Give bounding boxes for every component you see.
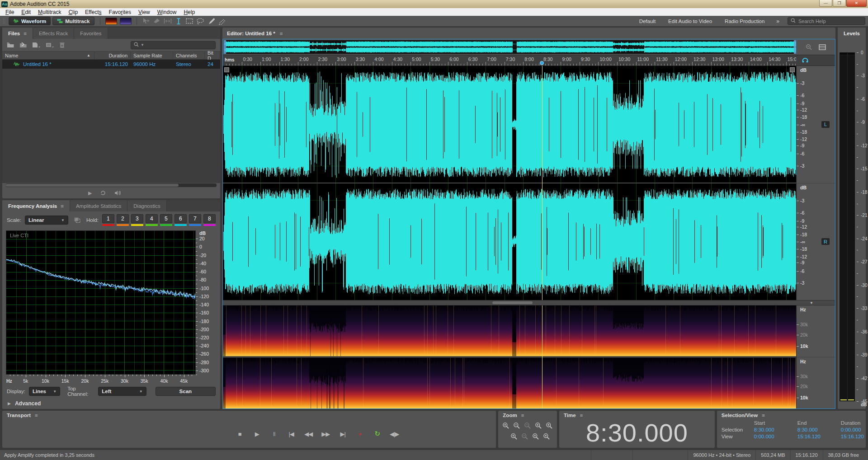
zoom-in-button[interactable]	[502, 422, 509, 429]
preview-loop-button[interactable]	[100, 190, 106, 196]
panel-menu-icon[interactable]: ≡	[280, 31, 283, 36]
panel-menu-icon[interactable]: ≡	[35, 413, 38, 418]
levels-meter[interactable]: 0-3-6-9-12-15-18-21-24-27-30-33-36-39-42…	[838, 39, 866, 409]
tab-files[interactable]: Files≡	[2, 28, 33, 39]
play-button[interactable]: ▶	[252, 428, 262, 439]
menu-multitrack[interactable]: Multitrack	[34, 9, 65, 16]
zoom-to-selection-button[interactable]	[545, 422, 553, 429]
hold-button-5[interactable]: 5	[160, 214, 172, 223]
channel-badge-r[interactable]: R	[821, 238, 830, 245]
close-button[interactable]: ✕	[846, 0, 867, 7]
toolbar-grip[interactable]	[3, 18, 5, 25]
headphones-icon[interactable]	[802, 57, 809, 63]
advanced-disclosure[interactable]: ▶ Advanced	[2, 398, 220, 409]
waveform-display[interactable]	[223, 66, 796, 300]
preview-play-button[interactable]: ▶	[88, 190, 92, 196]
view-end[interactable]: 15:16.120	[797, 434, 841, 439]
workspace-default[interactable]: Default	[633, 19, 662, 24]
frequency-graph[interactable]: Live CTI	[6, 230, 196, 375]
scale-select[interactable]: Linear ▼	[25, 216, 68, 225]
spectral-pitch-display-button[interactable]	[120, 18, 132, 25]
view-duration[interactable]: 15:16.120	[841, 434, 864, 439]
menu-file[interactable]: File	[2, 9, 18, 16]
hold-button-8[interactable]: 8	[203, 214, 216, 223]
zoom-in-at-out-point-button[interactable]	[532, 432, 539, 440]
workspace-radio-production[interactable]: Radio Production	[718, 19, 771, 24]
tab-levels[interactable]: Levels	[838, 28, 866, 39]
waveform-view-button[interactable]: Waveform	[9, 17, 51, 25]
tab-frequency-analysis[interactable]: Frequency Analysis≡	[2, 200, 70, 211]
skip-selection-button[interactable]: ◀|▶	[389, 428, 399, 439]
channel-badge-l[interactable]: L	[821, 121, 830, 128]
loop-playback-button[interactable]: ↻	[372, 428, 382, 439]
import-file-icon[interactable]	[19, 42, 27, 48]
multitrack-view-button[interactable]: Multitrack	[52, 17, 94, 25]
paintbrush-tool-icon[interactable]	[206, 17, 217, 25]
open-file-icon[interactable]	[7, 42, 14, 48]
panel-layout-icon[interactable]	[819, 44, 826, 50]
menu-view[interactable]: View	[135, 9, 154, 16]
go-to-start-button[interactable]: |◀	[286, 428, 296, 439]
spectral-frequency-display-button[interactable]	[105, 18, 117, 25]
display-select[interactable]: Lines ▼	[29, 387, 60, 396]
column-header-channels[interactable]: Channels	[173, 52, 205, 59]
spot-healing-brush-tool-icon[interactable]	[217, 17, 227, 25]
menu-clip[interactable]: Clip	[65, 9, 81, 16]
hold-button-4[interactable]: 4	[146, 214, 158, 223]
zoom-in-horizontal-button[interactable]	[510, 432, 518, 440]
hold-button-7[interactable]: 7	[189, 214, 201, 223]
fast-forward-button[interactable]: ▶▶	[321, 428, 330, 439]
tab-favorites[interactable]: Favorites	[74, 28, 108, 39]
column-header-sample-rate[interactable]: Sample Rate	[131, 52, 173, 59]
rewind-button[interactable]: ◀◀	[303, 428, 313, 439]
go-to-end-button[interactable]: ▶|	[338, 428, 348, 439]
playhead-line[interactable]	[542, 66, 542, 300]
hold-button-2[interactable]: 2	[117, 214, 129, 223]
selection-duration[interactable]: 0:00.000	[841, 427, 864, 432]
scan-button[interactable]: Scan	[156, 387, 216, 396]
workspace-edit-audio-to-video[interactable]: Edit Audio to Video	[662, 19, 718, 24]
menu-favorites[interactable]: Favorites	[105, 9, 135, 16]
waveform-scrollbar[interactable]	[223, 300, 796, 305]
spectral-display[interactable]	[223, 305, 796, 408]
zoom-out-vertical-button[interactable]	[513, 422, 520, 429]
zoom-in-vertical-button[interactable]	[542, 432, 550, 440]
stop-button[interactable]: ■	[235, 428, 245, 439]
view-start[interactable]: 0:00.000	[754, 434, 797, 439]
tab-amplitude-statistics[interactable]: Amplitude Statistics	[70, 200, 127, 211]
copy-graph-icon[interactable]	[74, 217, 81, 223]
hold-button-3[interactable]: 3	[131, 214, 143, 223]
panel-menu-icon[interactable]: ≡	[521, 413, 524, 418]
preview-autoplay-button[interactable]	[114, 190, 121, 196]
time-selection-tool-icon[interactable]	[173, 17, 184, 25]
overview-right-handle[interactable]	[794, 40, 796, 54]
insert-into-multitrack-icon[interactable]	[46, 42, 54, 48]
panel-menu-icon[interactable]: ≡	[24, 31, 27, 36]
playhead-marker[interactable]	[540, 61, 544, 65]
hold-button-6[interactable]: 6	[175, 214, 187, 223]
record-button[interactable]: ●	[355, 428, 365, 439]
timeline-ruler[interactable]: hms0:301:001:302:002:303:003:304:004:305…	[223, 55, 796, 66]
files-search-input[interactable]: ▼	[131, 41, 216, 49]
zoom-in-at-in-point-button[interactable]	[534, 422, 542, 429]
menu-help[interactable]: Help	[180, 9, 198, 16]
tab-effects-rack[interactable]: Effects Rack	[33, 28, 74, 39]
panel-menu-icon[interactable]: ≡	[762, 413, 765, 418]
files-horizontal-scrollbar[interactable]	[6, 183, 217, 187]
menu-edit[interactable]: Edit	[18, 9, 34, 16]
menu-window[interactable]: Window	[154, 9, 180, 16]
new-file-icon[interactable]	[32, 42, 41, 48]
zoom-out-icon[interactable]	[806, 44, 812, 51]
playhead-line[interactable]	[542, 305, 542, 408]
divider-dropdown[interactable]: ▼	[796, 300, 835, 305]
time-display[interactable]: 8:30.000	[559, 417, 715, 448]
search-help-input[interactable]: Search Help	[788, 17, 865, 25]
marquee-selection-tool-icon[interactable]	[184, 17, 195, 25]
overview-left-handle[interactable]	[224, 40, 226, 54]
column-header-bit-d[interactable]: Bit D	[205, 52, 220, 59]
column-header-name[interactable]: Name▲	[2, 52, 94, 59]
delete-file-icon[interactable]	[59, 42, 65, 48]
maximize-button[interactable]: ❐	[833, 0, 846, 7]
pause-button[interactable]: Ⅱ	[269, 428, 279, 439]
panel-menu-icon[interactable]: ≡	[61, 203, 64, 209]
